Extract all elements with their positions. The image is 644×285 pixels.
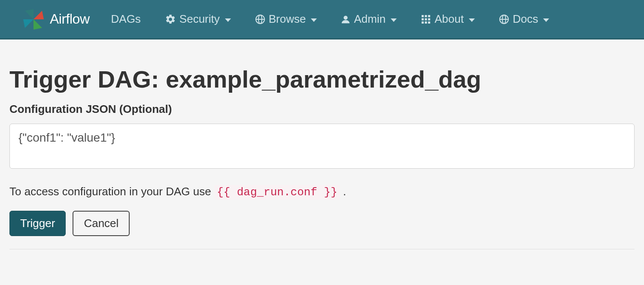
gears-icon — [165, 14, 176, 25]
navbar: Airflow DAGs Security Browse Admin — [0, 0, 644, 39]
nav-label: About — [434, 12, 464, 26]
caret-down-icon — [391, 18, 397, 22]
nav-label: Security — [179, 12, 220, 26]
brand-title: Airflow — [50, 11, 90, 27]
nav-item-security[interactable]: Security — [165, 12, 231, 26]
nav-label: DAGs — [111, 12, 141, 26]
caret-down-icon — [225, 18, 231, 22]
config-json-input[interactable] — [9, 124, 635, 169]
nav-items: DAGs Security Browse Admin — [111, 12, 550, 26]
svg-rect-7 — [422, 18, 424, 20]
nav-item-docs[interactable]: Docs — [499, 12, 549, 26]
grid-icon — [421, 14, 431, 24]
trigger-button[interactable]: Trigger — [9, 211, 66, 236]
main-content: Trigger DAG: example_parametrized_dag Co… — [0, 39, 644, 249]
button-row: Trigger Cancel — [9, 211, 635, 236]
helper-code: {{ dag_run.conf }} — [214, 185, 340, 200]
user-icon — [341, 14, 350, 24]
brand[interactable]: Airflow — [21, 7, 90, 31]
caret-down-icon — [469, 18, 475, 22]
nav-label: Docs — [513, 12, 538, 26]
page-title: Trigger DAG: example_parametrized_dag — [9, 65, 635, 93]
helper-suffix: . — [343, 185, 346, 198]
svg-rect-4 — [422, 15, 424, 17]
caret-down-icon — [543, 18, 549, 22]
nav-label: Browse — [269, 12, 306, 26]
svg-point-3 — [344, 15, 348, 19]
caret-down-icon — [311, 18, 317, 22]
svg-rect-6 — [428, 15, 430, 17]
svg-rect-11 — [425, 21, 427, 24]
divider — [9, 249, 635, 249]
nav-label: Admin — [354, 12, 386, 26]
svg-rect-8 — [425, 18, 427, 20]
airflow-logo-icon — [21, 7, 46, 31]
globe-icon — [499, 14, 509, 24]
svg-rect-12 — [428, 21, 430, 24]
cancel-button[interactable]: Cancel — [73, 211, 130, 236]
svg-rect-10 — [422, 21, 424, 24]
svg-rect-5 — [425, 15, 427, 17]
config-json-label: Configuration JSON (Optional) — [9, 103, 635, 116]
nav-item-dags[interactable]: DAGs — [111, 12, 141, 26]
svg-rect-9 — [428, 18, 430, 20]
nav-item-browse[interactable]: Browse — [255, 12, 317, 26]
nav-item-admin[interactable]: Admin — [341, 12, 397, 26]
nav-item-about[interactable]: About — [421, 12, 475, 26]
helper-prefix: To access configuration in your DAG use — [9, 185, 214, 198]
globe-icon — [255, 14, 265, 24]
helper-text: To access configuration in your DAG use … — [9, 185, 635, 199]
